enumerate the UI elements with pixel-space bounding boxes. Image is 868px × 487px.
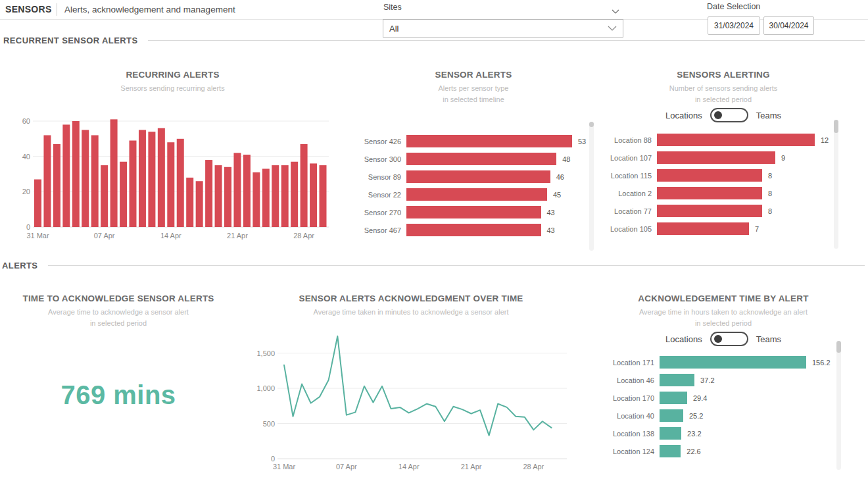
chart-subtitle: Average time taken in minutes to acknowl… <box>253 308 569 316</box>
bar-row: Location 4025.2 <box>605 409 842 422</box>
bar[interactable] <box>62 124 70 227</box>
chart-subtitle: Average time in hours taken to acknowled… <box>605 308 842 316</box>
toggle-switch[interactable] <box>710 332 748 346</box>
bar[interactable] <box>406 224 541 236</box>
bar[interactable] <box>660 374 694 386</box>
category-label: Location 88 <box>605 136 652 144</box>
value-label: 25.2 <box>689 412 703 420</box>
bar[interactable] <box>177 139 184 227</box>
bar[interactable] <box>91 135 99 227</box>
bar[interactable] <box>657 134 815 146</box>
x-axis-tick: 28 Apr <box>523 463 544 471</box>
bar-row: Location 4637.2 <box>605 374 842 386</box>
bar[interactable] <box>657 187 762 199</box>
category-label: Location 124 <box>605 448 654 455</box>
bar[interactable] <box>310 163 317 227</box>
x-axis-tick: 21 Apr <box>461 463 482 471</box>
bar[interactable] <box>43 135 51 227</box>
bar[interactable] <box>262 168 270 227</box>
scrollbar[interactable] <box>589 122 594 251</box>
scrollbar[interactable] <box>836 341 841 470</box>
bar[interactable] <box>130 141 137 227</box>
scrollbar-thumb[interactable] <box>836 341 841 353</box>
bar[interactable] <box>320 165 327 227</box>
line-chart-plot: 05001,0001,50031 Mar07 Apr14 Apr21 Apr28… <box>253 328 569 486</box>
bar[interactable] <box>406 170 550 183</box>
bar[interactable] <box>34 180 41 227</box>
recurring-alerts-chart: RECURRING ALERTS Sensors sending recurri… <box>13 66 332 257</box>
sensor-alerts-chart: SENSOR ALERTS Alerts per sensor type in … <box>349 66 598 257</box>
bar-row: Location 17029.4 <box>605 392 842 404</box>
bar[interactable] <box>186 178 193 227</box>
toggle-label-locations[interactable]: Locations <box>665 334 702 344</box>
x-axis-tick: 28 Apr <box>293 232 314 240</box>
bar[interactable] <box>82 130 89 227</box>
section-title: ALERTS <box>2 261 37 270</box>
bar[interactable] <box>281 165 289 227</box>
sites-dropdown[interactable]: All <box>383 19 623 38</box>
bar-row: Location 1057 <box>605 222 842 235</box>
scrollbar-thumb[interactable] <box>834 120 838 133</box>
value-label: 29.4 <box>693 394 707 402</box>
category-label: Sensor 426 <box>349 138 401 145</box>
category-label: Location 170 <box>605 394 654 402</box>
bar[interactable] <box>406 206 541 218</box>
bar[interactable] <box>158 128 165 227</box>
date-to-input[interactable]: 30/04/2024 <box>763 16 814 35</box>
y-axis-tick: 60 <box>22 117 30 125</box>
scrollbar-thumb[interactable] <box>589 122 594 127</box>
acknowledgement-time-by-alert-chart: ACKNOWLEDGEMENT TIME BY ALERT Average ti… <box>605 290 842 487</box>
chevron-down-icon[interactable] <box>612 5 619 17</box>
value-label: 23.2 <box>687 430 701 438</box>
value-label: 22.6 <box>687 448 700 455</box>
bar[interactable] <box>224 167 231 227</box>
bar[interactable] <box>301 144 308 227</box>
bar[interactable] <box>167 142 174 227</box>
bar[interactable] <box>272 165 279 227</box>
bar[interactable] <box>139 130 146 227</box>
chart-title: ACKNOWLEDGEMENT TIME BY ALERT <box>605 294 842 303</box>
bar[interactable] <box>205 160 212 227</box>
bar[interactable] <box>660 445 681 457</box>
bar[interactable] <box>660 356 806 369</box>
date-from-input[interactable]: 31/03/2024 <box>708 16 760 35</box>
chart-title: RECURRING ALERTS <box>13 70 332 80</box>
bar[interactable] <box>72 121 80 227</box>
toggle-label-locations[interactable]: Locations <box>665 111 702 120</box>
bar[interactable] <box>196 181 203 227</box>
bar[interactable] <box>233 153 241 227</box>
bar[interactable] <box>291 162 298 227</box>
bar[interactable] <box>657 205 762 217</box>
bar[interactable] <box>660 409 683 422</box>
bar[interactable] <box>406 188 547 201</box>
bar[interactable] <box>657 169 762 182</box>
bar[interactable] <box>101 165 108 227</box>
toggle-label-teams[interactable]: Teams <box>756 111 781 120</box>
bar[interactable] <box>657 222 749 235</box>
section-title: RECURRENT SENSOR ALERTS <box>3 36 137 45</box>
bar[interactable] <box>406 135 572 147</box>
bar[interactable] <box>148 132 155 227</box>
toggle-switch[interactable] <box>710 108 748 122</box>
bar[interactable] <box>215 165 222 227</box>
x-axis-tick: 14 Apr <box>398 463 420 471</box>
bar[interactable] <box>110 119 118 227</box>
chart-subtitle: Alerts per sensor type <box>349 84 598 92</box>
scrollbar[interactable] <box>834 120 838 249</box>
line-series[interactable] <box>284 336 552 436</box>
bar[interactable] <box>657 151 775 164</box>
category-label: Location 77 <box>605 207 652 215</box>
bar[interactable] <box>660 392 687 404</box>
bar-row: Location 28 <box>605 187 842 199</box>
category-label: Location 138 <box>605 430 654 438</box>
section-header-recurrent: RECURRENT SENSOR ALERTS <box>3 36 865 45</box>
bar[interactable] <box>120 162 127 227</box>
bar[interactable] <box>253 172 260 227</box>
bar[interactable] <box>243 155 251 227</box>
toggle-label-teams[interactable]: Teams <box>756 334 781 344</box>
bar[interactable] <box>660 427 681 440</box>
value-label: 48 <box>562 155 570 163</box>
bar[interactable] <box>53 144 60 227</box>
page-title: SENSORS <box>5 4 52 14</box>
bar[interactable] <box>406 153 556 165</box>
